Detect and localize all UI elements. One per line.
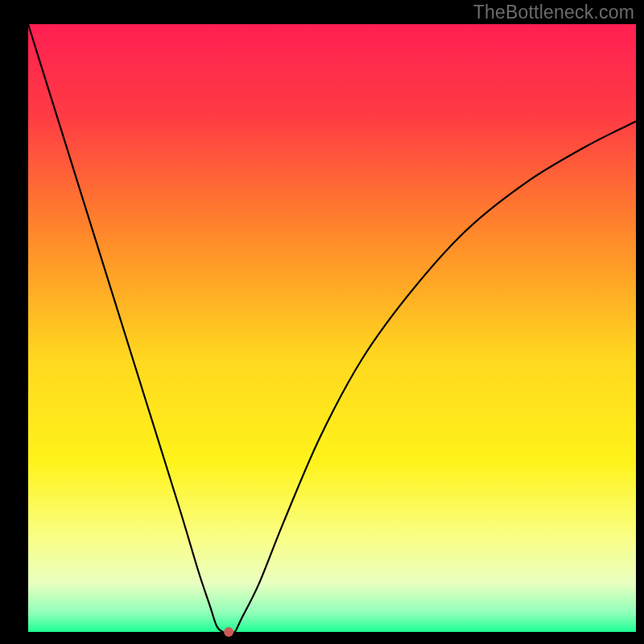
bottleneck-chart <box>0 0 644 644</box>
plot-background <box>28 24 636 632</box>
watermark-text: TheBottleneck.com <box>473 2 634 23</box>
optimal-point-marker <box>224 627 233 637</box>
chart-container: TheBottleneck.com <box>0 0 644 644</box>
